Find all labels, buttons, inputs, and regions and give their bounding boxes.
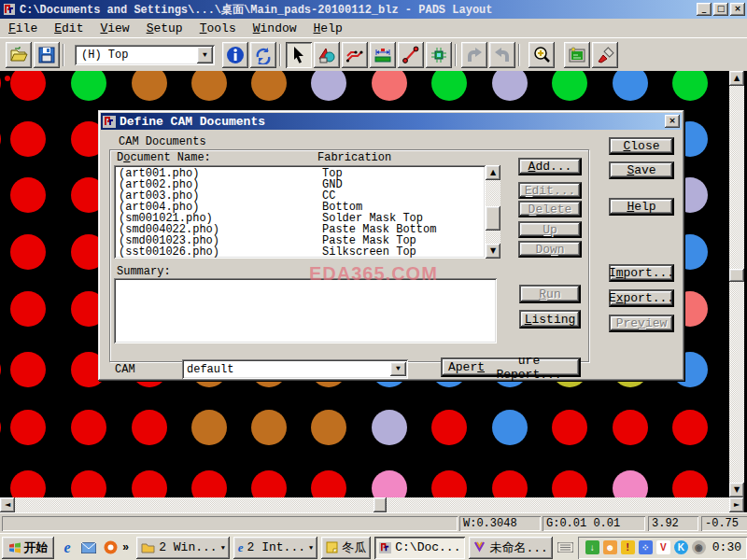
- drafting-toolbar-button[interactable]: [314, 42, 340, 68]
- dialog-close-button[interactable]: ×: [665, 115, 680, 128]
- redo-arrow-icon: [493, 46, 512, 64]
- close-button[interactable]: ×: [730, 3, 745, 16]
- summary-textbox[interactable]: [114, 278, 497, 343]
- design-toolbar-button[interactable]: [342, 42, 368, 68]
- task-internet-group[interactable]: e 2 Int... ▼: [233, 537, 317, 559]
- info-icon: [226, 46, 245, 64]
- toolbar-separator: [63, 44, 64, 66]
- listing-button[interactable]: Listing: [519, 310, 581, 329]
- menu-window[interactable]: Window: [245, 21, 305, 36]
- menu-file[interactable]: File: [0, 21, 46, 36]
- chevron-down-icon[interactable]: ▼: [390, 362, 406, 376]
- selection-mode-button[interactable]: [286, 42, 312, 68]
- task-windows-group[interactable]: 2 Win... ▼: [136, 537, 230, 559]
- pcb-pad: [10, 71, 46, 101]
- quicklaunch-overflow-chevron[interactable]: »: [122, 541, 129, 554]
- export-button[interactable]: Export...: [609, 289, 674, 307]
- horizontal-scrollbar[interactable]: ◄ ►: [0, 497, 744, 512]
- quicklaunch-mail-icon[interactable]: [80, 539, 97, 556]
- toolbar-separator: [455, 44, 457, 66]
- pcb-pad: [71, 470, 106, 497]
- save-button[interactable]: [34, 42, 60, 68]
- run-button: Run: [519, 285, 581, 303]
- list-scroll-thumb[interactable]: [486, 206, 500, 231]
- verify-brush-button[interactable]: [592, 42, 618, 68]
- input-method-keyboard-icon[interactable]: [557, 539, 574, 556]
- document-name-cell: (sst001026.pho): [114, 246, 322, 258]
- info-button[interactable]: [222, 42, 248, 68]
- pcb-pad: [132, 410, 167, 445]
- pcb-pad: [492, 410, 528, 445]
- open-file-button[interactable]: [6, 42, 32, 68]
- redraw-button[interactable]: [250, 42, 276, 68]
- status-y-coordinate: -0.75: [701, 516, 747, 531]
- vertical-scroll-thumb[interactable]: [729, 269, 744, 282]
- zoom-button[interactable]: [529, 42, 555, 68]
- task-untitled-document[interactable]: 未命名...: [469, 537, 552, 559]
- eco-toolbar-button[interactable]: [426, 42, 452, 68]
- edit-button: Edit...: [518, 182, 582, 199]
- tray-messenger-icon[interactable]: ☻: [603, 540, 617, 554]
- dimensioning-toolbar-button[interactable]: [370, 42, 396, 68]
- start-button[interactable]: 开始: [2, 537, 54, 559]
- tray-volume-icon[interactable]: ◉: [692, 540, 706, 554]
- menu-view[interactable]: View: [92, 21, 137, 36]
- pcb-pad: [672, 71, 708, 101]
- scroll-right-arrow[interactable]: ►: [729, 497, 744, 512]
- scroll-down-arrow[interactable]: ▼: [729, 483, 744, 497]
- import-button[interactable]: Import...: [609, 264, 674, 282]
- taskbar-clock: 0:30: [712, 540, 741, 554]
- add-route-button[interactable]: [398, 42, 424, 68]
- horizontal-scroll-thumb[interactable]: [374, 497, 387, 512]
- menu-tools[interactable]: Tools: [191, 21, 245, 36]
- list-scroll-down-arrow[interactable]: ▼: [486, 244, 500, 259]
- vertical-scrollbar[interactable]: ▲ ▼: [729, 71, 744, 497]
- quicklaunch-media-icon[interactable]: [102, 539, 119, 556]
- tray-player-icon[interactable]: K: [674, 540, 688, 554]
- taskbar: 开始 e » 2 Win... ▼ e 2 Int... ▼ 冬瓜: [0, 533, 747, 560]
- list-scrollbar[interactable]: ▲ ▼: [486, 165, 500, 259]
- list-scroll-up-arrow[interactable]: ▲: [486, 165, 500, 180]
- scroll-up-arrow[interactable]: ▲: [729, 71, 744, 86]
- layer-combobox[interactable]: (H) Top ▼: [75, 45, 215, 65]
- tray-download-icon[interactable]: ↓: [585, 540, 599, 554]
- add-button[interactable]: Add...: [518, 158, 582, 175]
- menu-help[interactable]: Help: [305, 21, 351, 36]
- restore-button[interactable]: □: [713, 3, 728, 16]
- undo-button[interactable]: [461, 42, 487, 68]
- tray-antivirus-icon[interactable]: V: [656, 540, 670, 554]
- paint-brush-icon: [596, 46, 614, 64]
- minimize-button[interactable]: _: [697, 3, 712, 16]
- aperture-report-button[interactable]: Aperture Report...: [441, 357, 581, 377]
- menu-setup[interactable]: Setup: [138, 21, 191, 36]
- dialog-titlebar[interactable]: Define CAM Documents ×: [101, 113, 682, 130]
- task-pads-layout[interactable]: C:\Doc...: [374, 537, 465, 559]
- pcb-pad: [10, 121, 46, 157]
- refresh-icon: [254, 46, 273, 64]
- pcb-pad: [0, 410, 1, 445]
- pcb-pad: [613, 410, 648, 445]
- start-button-label: 开始: [24, 539, 49, 556]
- pcb-pad: [10, 470, 46, 497]
- pcb-pad: [613, 470, 648, 497]
- task-notes[interactable]: 冬瓜: [321, 537, 371, 559]
- chevron-down-icon[interactable]: ▼: [197, 47, 213, 63]
- pcb-pad: [10, 291, 46, 327]
- pcb-pad: [372, 410, 407, 445]
- save-dialog-button[interactable]: Save: [609, 161, 674, 179]
- help-button[interactable]: Help: [609, 198, 674, 216]
- cam-document-list[interactable]: (art001.pho)Top(art002.pho)GND(art003.ph…: [114, 165, 486, 259]
- cam-document-row[interactable]: (sst001026.pho)Silkscreen Top: [114, 246, 486, 258]
- quicklaunch-ie-icon[interactable]: e: [59, 539, 76, 556]
- scroll-left-arrow[interactable]: ◄: [0, 497, 15, 512]
- menu-edit[interactable]: Edit: [46, 21, 92, 36]
- layer-combobox-value: (H) Top: [77, 47, 197, 63]
- cam-combobox[interactable]: default ▼: [182, 359, 408, 379]
- tray-security-shield-icon[interactable]: !: [621, 540, 635, 554]
- tray-network-icon[interactable]: ⁘: [639, 540, 653, 554]
- close-dialog-button[interactable]: Close: [609, 137, 674, 155]
- pcb-pad: [191, 470, 227, 497]
- delete-button: Delete: [518, 201, 582, 217]
- redo-button[interactable]: [489, 42, 515, 68]
- cam-preview-button[interactable]: [564, 42, 590, 68]
